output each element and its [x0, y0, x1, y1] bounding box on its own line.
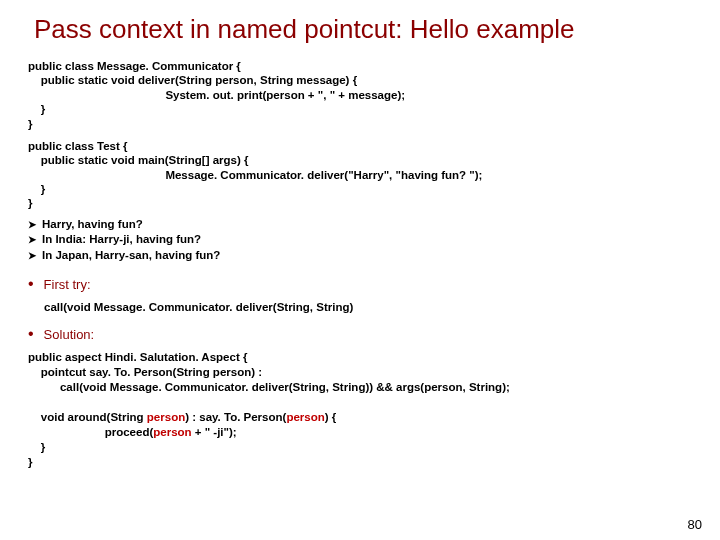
output-item: In India: Harry-ji, having fun? — [28, 232, 720, 248]
slide: Pass context in named pointcut: Hello ex… — [0, 0, 720, 540]
aspect-person-2: person — [286, 411, 324, 423]
bullet-list: Solution: — [28, 321, 720, 347]
output-item: Harry, having fun? — [28, 217, 720, 233]
aspect-mid-1: ) : say. To. Person( — [185, 411, 286, 423]
output-item: In Japan, Harry-san, having fun? — [28, 248, 720, 264]
code-block-1: public class Message. Communicator { pub… — [28, 59, 720, 131]
aspect-person-1: person — [147, 411, 185, 423]
output-list: Harry, having fun? In India: Harry-ji, h… — [28, 217, 720, 264]
aspect-code: public aspect Hindi. Salutation. Aspect … — [28, 350, 720, 470]
bullet-list: First try: — [28, 271, 720, 297]
first-try-label: First try: — [28, 271, 720, 297]
slide-title: Pass context in named pointcut: Hello ex… — [34, 14, 720, 45]
solution-label: Solution: — [28, 321, 720, 347]
code-block-2: public class Test { public static void m… — [28, 139, 720, 211]
first-try-code: call(void Message. Communicator. deliver… — [44, 301, 720, 313]
page-number: 80 — [688, 517, 702, 532]
aspect-person-3: person — [153, 426, 191, 438]
